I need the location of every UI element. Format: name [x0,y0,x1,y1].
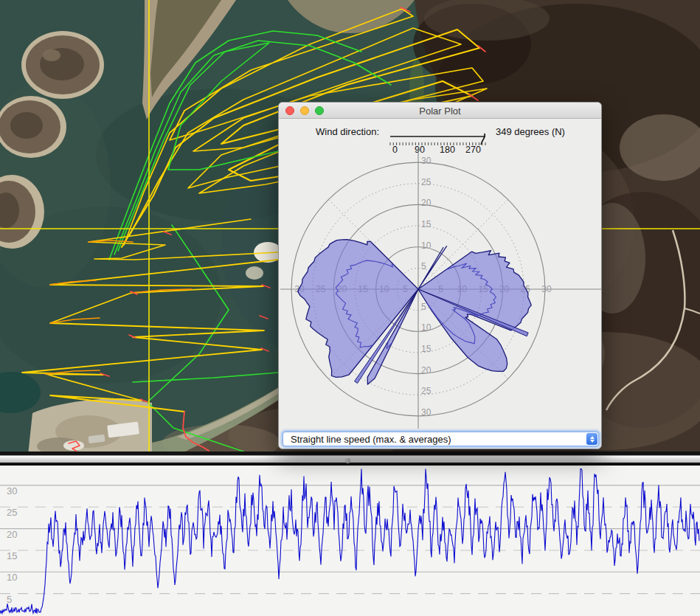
island [21,31,104,99]
splitter-bar[interactable] [0,455,700,464]
app-screen: 30252015105 Polar Plot Wind direction: 0… [0,0,700,616]
svg-text:10: 10 [421,322,432,333]
svg-text:10: 10 [7,572,17,583]
svg-text:5: 5 [421,261,426,271]
svg-text:30: 30 [7,485,17,496]
splitter-handle-icon[interactable] [345,458,350,463]
window-titlebar[interactable]: Polar Plot [279,103,601,119]
svg-text:20: 20 [7,529,17,540]
dropdown-stepper-icon[interactable] [586,433,597,445]
svg-text:10: 10 [421,240,432,251]
svg-text:20: 20 [421,365,432,376]
chart-y-axis-labels: 30252015105 [7,485,17,605]
svg-text:30: 30 [421,407,432,418]
chart-gridlines [0,485,700,594]
plot-type-dropdown[interactable]: Straight line speed (max. & averages) [283,432,599,446]
window-title: Polar Plot [279,105,601,117]
svg-text:25: 25 [421,177,432,187]
svg-text:20: 20 [421,198,432,208]
svg-text:25: 25 [421,386,432,396]
svg-text:30: 30 [421,156,432,166]
svg-text:15: 15 [421,219,432,229]
svg-text:5: 5 [7,594,12,605]
svg-text:15: 15 [7,550,17,561]
svg-text:25: 25 [7,507,17,518]
svg-text:30: 30 [541,284,552,294]
speed-time-chart: 30252015105 [0,466,700,616]
speed-series [0,469,699,614]
plot-type-value: Straight line speed (max. & averages) [291,434,586,445]
polar-plot-window: Polar Plot Wind direction: 090180270 349… [278,102,602,449]
svg-text:5: 5 [421,302,426,312]
polar-plot-canvas: 5555101010101515151520202020252525253030… [279,119,603,429]
svg-text:15: 15 [421,344,432,354]
